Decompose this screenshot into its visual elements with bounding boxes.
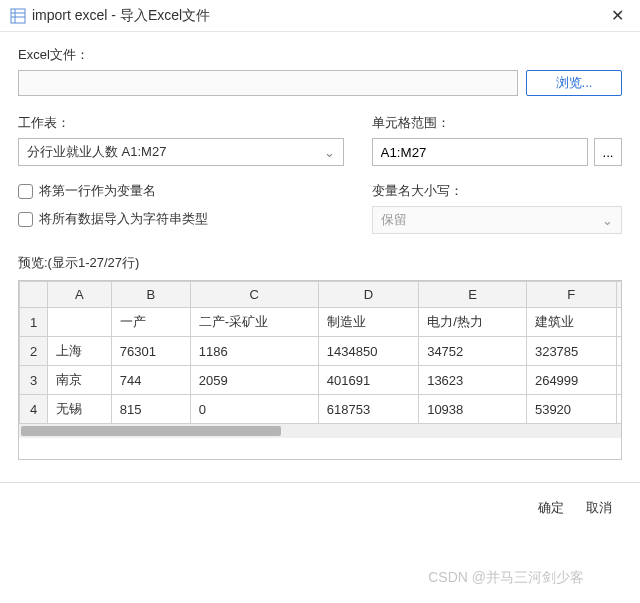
table-cell[interactable]: 南京 (48, 366, 112, 395)
table-row: 3南京744205940169113623264999158537 (20, 366, 623, 395)
corner-cell (20, 282, 48, 308)
column-header[interactable]: D (318, 282, 418, 308)
table-row: 2上海763011186143485034752323785989864 (20, 337, 623, 366)
table-cell[interactable]: 二产-采矿业 (190, 308, 318, 337)
table-cell[interactable]: 618753 (318, 395, 418, 424)
ok-button[interactable]: 确定 (538, 499, 564, 517)
row-number[interactable]: 3 (20, 366, 48, 395)
table-cell[interactable]: 401691 (318, 366, 418, 395)
row-number[interactable]: 4 (20, 395, 48, 424)
table-cell[interactable]: 264999 (526, 366, 616, 395)
column-header[interactable]: E (419, 282, 527, 308)
column-header[interactable]: A (48, 282, 112, 308)
column-header[interactable]: C (190, 282, 318, 308)
table-cell[interactable]: 13623 (419, 366, 527, 395)
window-title: import excel - 导入Excel文件 (32, 7, 605, 25)
preview-table-container[interactable]: ABCDEFG 1一产二产-采矿业制造业电力/热力建筑业批发零售2上海76301… (18, 280, 622, 460)
preview-label: 预览:(显示1-27/27行) (18, 254, 622, 272)
table-row: 1一产二产-采矿业制造业电力/热力建筑业批发零售 (20, 308, 623, 337)
as-string-label: 将所有数据导入为字符串类型 (39, 210, 208, 228)
cell-range-input[interactable] (372, 138, 588, 166)
sheet-select[interactable]: 分行业就业人数 A1:M27 ⌄ (18, 138, 344, 166)
chevron-down-icon: ⌄ (324, 145, 335, 160)
table-cell[interactable]: 建筑业 (526, 308, 616, 337)
svg-rect-0 (11, 9, 25, 23)
scrollbar-thumb[interactable] (21, 426, 281, 436)
range-picker-button[interactable]: ... (594, 138, 622, 166)
column-header[interactable]: F (526, 282, 616, 308)
table-cell[interactable] (48, 308, 112, 337)
table-cell[interactable]: 53920 (526, 395, 616, 424)
dialog-footer: 确定 取消 (0, 483, 640, 533)
table-cell[interactable]: 批发零售 (616, 308, 622, 337)
table-cell[interactable]: 0 (190, 395, 318, 424)
sheet-label: 工作表： (18, 114, 344, 132)
range-label: 单元格范围： (372, 114, 622, 132)
cancel-button[interactable]: 取消 (586, 499, 612, 517)
watermark: CSDN @并马三河剑少客 (428, 569, 584, 587)
table-cell[interactable]: 10938 (419, 395, 527, 424)
table-cell[interactable]: 1186 (190, 337, 318, 366)
dialog-body: Excel文件： 浏览... 工作表： 分行业就业人数 A1:M27 ⌄ 单元格… (0, 32, 640, 483)
file-label: Excel文件： (18, 46, 622, 64)
table-cell[interactable]: 76301 (111, 337, 190, 366)
as-string-checkbox[interactable] (18, 212, 33, 227)
browse-button[interactable]: 浏览... (526, 70, 622, 96)
table-cell[interactable]: 无锡 (48, 395, 112, 424)
row-number[interactable]: 1 (20, 308, 48, 337)
table-cell[interactable]: 制造业 (318, 308, 418, 337)
table-cell[interactable]: 电力/热力 (419, 308, 527, 337)
preview-table: ABCDEFG 1一产二产-采矿业制造业电力/热力建筑业批发零售2上海76301… (19, 281, 622, 424)
row-number[interactable]: 2 (20, 337, 48, 366)
table-cell[interactable]: 34752 (419, 337, 527, 366)
first-row-label: 将第一行作为变量名 (39, 182, 156, 200)
column-header[interactable]: B (111, 282, 190, 308)
table-row: 4无锡8150618753109385392072573 (20, 395, 623, 424)
table-cell[interactable]: 323785 (526, 337, 616, 366)
table-cell[interactable]: 72573 (616, 395, 622, 424)
column-header[interactable]: G (616, 282, 622, 308)
sheet-select-value: 分行业就业人数 A1:M27 (27, 143, 166, 161)
table-cell[interactable]: 989864 (616, 337, 622, 366)
case-select[interactable]: 保留 ⌄ (372, 206, 622, 234)
app-icon (10, 8, 26, 24)
table-cell[interactable]: 2059 (190, 366, 318, 395)
horizontal-scrollbar[interactable] (19, 424, 621, 438)
table-cell[interactable]: 1434850 (318, 337, 418, 366)
table-cell[interactable]: 上海 (48, 337, 112, 366)
first-row-checkbox[interactable] (18, 184, 33, 199)
titlebar: import excel - 导入Excel文件 ✕ (0, 0, 640, 32)
table-cell[interactable]: 158537 (616, 366, 622, 395)
close-icon[interactable]: ✕ (605, 6, 630, 25)
table-cell[interactable]: 815 (111, 395, 190, 424)
table-cell[interactable]: 744 (111, 366, 190, 395)
case-label: 变量名大小写： (372, 182, 622, 200)
chevron-down-icon: ⌄ (602, 213, 613, 228)
case-select-value: 保留 (381, 211, 407, 229)
file-path-input[interactable] (18, 70, 518, 96)
table-cell[interactable]: 一产 (111, 308, 190, 337)
